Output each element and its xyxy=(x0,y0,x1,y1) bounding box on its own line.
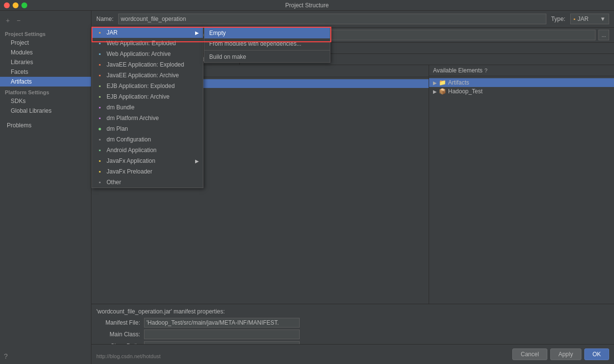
available-elements-header: Available Elements ? xyxy=(429,65,614,76)
dm-bundle-icon: ▪ xyxy=(96,104,104,111)
menu-item-jar[interactable]: ▪ JAR ▶ Empty From modules with dependen… xyxy=(92,27,203,38)
manifest-file-label: Manifest File: xyxy=(96,319,140,326)
sidebar-toolbar: + − xyxy=(0,15,91,26)
artifact-name-input[interactable] xyxy=(118,14,546,24)
sidebar-item-libraries[interactable]: Libraries xyxy=(0,57,91,67)
close-button[interactable] xyxy=(4,2,10,8)
maximize-button[interactable] xyxy=(21,2,27,8)
add-artifact-button[interactable]: + xyxy=(4,17,12,24)
sidebar-item-sdks[interactable]: SDKs xyxy=(0,96,91,106)
submenu-item-empty[interactable]: Empty xyxy=(204,28,330,38)
menu-item-web-exploded[interactable]: ▪ Web Application: Exploded xyxy=(92,38,203,49)
hadoop-module-icon: 📦 xyxy=(439,88,446,95)
jar-type-icon: ▪ xyxy=(574,16,576,22)
sidebar-item-artifacts[interactable]: Artifacts xyxy=(0,77,91,87)
project-settings-section: Project Settings xyxy=(0,28,91,38)
dm-plan-icon: ● xyxy=(96,125,104,133)
sidebar-item-global-libraries[interactable]: Global Libraries xyxy=(0,106,91,116)
remove-artifact-button[interactable]: − xyxy=(15,17,22,24)
sidebar-item-problems[interactable]: Problems xyxy=(0,121,91,130)
artifact-type-dropdown: ▪ JAR ▶ Empty From modules with dependen… xyxy=(91,27,203,188)
other-icon: ▪ xyxy=(96,178,104,186)
javafx-preloader-icon: ▪ xyxy=(96,168,104,175)
menu-item-dm-plan[interactable]: ● dm Plan xyxy=(92,123,203,134)
apply-button[interactable]: Apply xyxy=(550,348,581,360)
type-dropdown-arrow: ▼ xyxy=(600,16,606,22)
ejb-exploded-icon: ▪ xyxy=(96,82,104,90)
javafx-submenu-arrow: ▶ xyxy=(195,158,199,164)
minimize-button[interactable] xyxy=(13,2,18,8)
javaee-archive-icon: ▪ xyxy=(96,71,104,79)
jar-submenu: Empty From modules with dependencies... … xyxy=(204,27,330,63)
cancel-button[interactable]: Cancel xyxy=(512,348,547,360)
menu-item-javafx[interactable]: ▪ JavaFx Application ▶ xyxy=(92,156,203,166)
available-panel: Available Elements ? ▶ 📁 Artifacts ▶ 📦 H… xyxy=(429,65,614,304)
platform-settings-section: Platform Settings xyxy=(0,87,91,96)
menu-item-javaee-archive[interactable]: ▪ JavaEE Application: Archive xyxy=(92,70,203,81)
title-bar: Project Structure xyxy=(0,0,614,11)
artifacts-folder-icon: 📁 xyxy=(439,79,446,86)
manifest-file-input[interactable] xyxy=(144,318,300,328)
sidebar-item-facets[interactable]: Facets xyxy=(0,67,91,77)
help-icon[interactable]: ? xyxy=(4,352,8,360)
ok-button[interactable]: OK xyxy=(584,348,609,360)
menu-item-javaee-exploded[interactable]: ▪ JavaEE Application: Exploded xyxy=(92,59,203,70)
main-class-label: Main Class: xyxy=(96,331,140,338)
main-class-row: Main Class: xyxy=(96,329,609,339)
dialog-buttons: http://blog.csdn.net/hotdust Cancel Appl… xyxy=(91,344,614,364)
web-exploded-icon: ▪ xyxy=(96,39,104,47)
sidebar-item-modules[interactable]: Modules xyxy=(0,48,91,57)
menu-item-android[interactable]: ▪ Android Application xyxy=(92,145,203,156)
menu-item-dm-config[interactable]: ▪ dm Configuration xyxy=(92,134,203,145)
web-archive-icon: ▪ xyxy=(96,50,104,58)
type-value: JAR xyxy=(578,16,589,22)
ejb-archive-icon: ▪ xyxy=(96,93,104,101)
menu-item-ejb-archive[interactable]: ▪ EJB Application: Archive xyxy=(92,91,203,102)
javafx-icon: ▪ xyxy=(96,157,104,165)
menu-item-dm-platform-archive[interactable]: ▪ dm Platform Archive xyxy=(92,113,203,123)
submenu-item-build-on-make[interactable]: Build on make xyxy=(204,52,330,62)
submenu-item-from-modules[interactable]: From modules with dependencies... xyxy=(204,38,330,49)
sidebar: + − Project Settings Project Modules Lib… xyxy=(0,11,91,364)
sidebar-item-project[interactable]: Project xyxy=(0,38,91,48)
available-tree: ▶ 📁 Artifacts ▶ 📦 Hadoop_Test xyxy=(429,76,614,304)
jar-menu-icon: ▪ xyxy=(96,29,104,36)
dropdown-overlay: ▪ JAR ▶ Empty From modules with dependen… xyxy=(91,27,203,188)
menu-item-web-archive[interactable]: ▪ Web Application: Archive xyxy=(92,49,203,59)
output-path-browse-button[interactable]: ... xyxy=(598,30,609,40)
dm-platform-archive-icon: ▪ xyxy=(96,114,104,122)
main-class-input[interactable] xyxy=(144,329,300,339)
menu-item-dm-bundle[interactable]: ▪ dm Bundle xyxy=(92,102,203,113)
type-select[interactable]: ▪ JAR ▼ xyxy=(570,14,609,24)
artifact-header: Name: Type: ▪ JAR ▼ xyxy=(91,11,614,28)
jar-submenu-arrow: ▶ xyxy=(195,30,199,35)
available-help-icon[interactable]: ? xyxy=(485,68,488,73)
android-icon: ▪ xyxy=(96,146,104,154)
type-label: Type: xyxy=(551,16,565,22)
name-label: Name: xyxy=(96,16,113,22)
hadoop-expand-icon: ▶ xyxy=(433,89,437,94)
watermark: http://blog.csdn.net/hotdust xyxy=(96,353,161,359)
manifest-title: 'wordcount_file_operation.jar' manifest … xyxy=(96,308,609,315)
avail-item-artifacts[interactable]: ▶ 📁 Artifacts xyxy=(429,78,614,87)
window-title: Project Structure xyxy=(285,2,328,9)
manifest-file-row: Manifest File: xyxy=(96,318,609,328)
menu-item-ejb-exploded[interactable]: ▪ EJB Application: Exploded xyxy=(92,81,203,91)
menu-item-javafx-preloader[interactable]: ▪ JavaFx Preloader xyxy=(92,166,203,177)
submenu-separator xyxy=(204,50,330,51)
avail-item-hadoop-test[interactable]: ▶ 📦 Hadoop_Test xyxy=(429,87,614,96)
javaee-exploded-icon: ▪ xyxy=(96,61,104,69)
menu-item-other[interactable]: ▪ Other xyxy=(92,177,203,188)
traffic-lights xyxy=(4,2,27,8)
artifacts-expand-icon: ▶ xyxy=(433,80,437,86)
dm-config-icon: ▪ xyxy=(96,136,104,143)
